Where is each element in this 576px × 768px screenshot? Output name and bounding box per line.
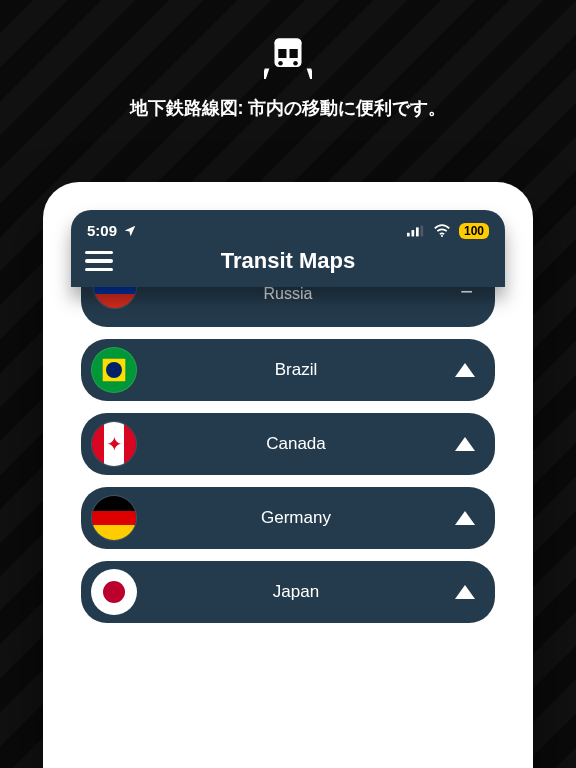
expand-icon	[455, 363, 475, 377]
collapse-icon: −	[460, 287, 473, 297]
menu-button[interactable]	[85, 251, 113, 271]
expand-icon	[455, 511, 475, 525]
hero-caption: 地下鉄路線図: 市内の移動に便利です。	[130, 96, 447, 120]
country-row-germany[interactable]: Germany	[81, 487, 495, 549]
expand-icon	[455, 437, 475, 451]
flag-icon-japan	[91, 569, 137, 615]
svg-rect-8	[407, 232, 410, 236]
svg-rect-6	[264, 69, 269, 80]
country-row-japan[interactable]: Japan	[81, 561, 495, 623]
svg-rect-7	[307, 69, 312, 80]
location-icon	[123, 224, 137, 238]
country-label: Brazil	[137, 360, 455, 380]
flag-icon-germany	[91, 495, 137, 541]
appbar-container: 5:09 100 Transit Maps	[71, 210, 505, 287]
svg-point-12	[441, 235, 443, 237]
status-time: 5:09	[87, 222, 117, 239]
wifi-icon	[433, 224, 451, 237]
country-label: Canada	[137, 434, 455, 454]
country-row-canada[interactable]: ✦ Canada	[81, 413, 495, 475]
svg-rect-3	[290, 49, 298, 58]
flag-icon-brazil	[91, 347, 137, 393]
battery-level: 100	[459, 223, 489, 239]
cellular-icon	[407, 225, 425, 237]
status-bar: 5:09 100	[71, 210, 505, 241]
svg-point-5	[293, 61, 298, 66]
svg-point-4	[278, 61, 283, 66]
country-list[interactable]: Russia − Brazil ✦ Canada Germany	[71, 287, 505, 623]
country-label: Germany	[137, 508, 455, 528]
country-label: Japan	[137, 582, 455, 602]
svg-rect-11	[420, 225, 423, 236]
train-icon	[264, 34, 312, 82]
flag-icon-canada: ✦	[91, 421, 137, 467]
country-label: Russia	[81, 287, 495, 303]
country-row-russia[interactable]: Russia −	[81, 287, 495, 327]
expand-icon	[455, 585, 475, 599]
tablet-frame: 5:09 100 Transit Maps	[43, 182, 533, 768]
svg-rect-1	[275, 39, 302, 48]
country-row-brazil[interactable]: Brazil	[81, 339, 495, 401]
svg-rect-10	[416, 227, 419, 236]
app-title: Transit Maps	[71, 248, 505, 274]
svg-rect-2	[278, 49, 286, 58]
svg-rect-9	[411, 230, 414, 236]
